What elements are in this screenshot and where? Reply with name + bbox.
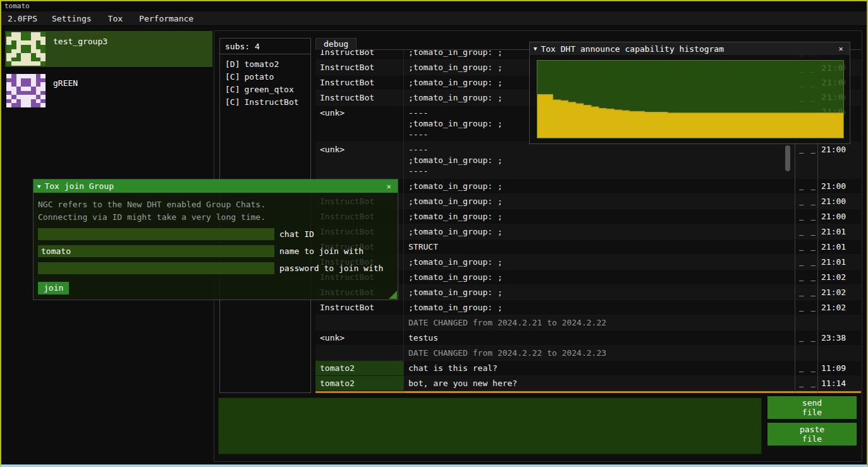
chat-sender-name: <unk> (315, 106, 404, 142)
chat-sender-name: InstructBot (315, 391, 404, 393)
chat-message: chat is this real? (404, 361, 795, 375)
tab-debug[interactable]: debug (315, 38, 357, 50)
histogram-titlebar[interactable]: ▼ Tox DHT announce capability histogram … (530, 42, 850, 55)
chat-message-line: ;tomato_in_group: ; (408, 155, 790, 166)
join-input-name[interactable]: tomato (38, 245, 274, 257)
join-button[interactable]: join (38, 282, 69, 294)
menu-items: SettingsToxPerformance (44, 14, 202, 23)
chat-time-cell (818, 346, 861, 360)
member-item-InstructBot[interactable]: [C]InstructBot (225, 96, 305, 109)
member-status-tag: [C] (225, 85, 240, 94)
resize-grip-icon[interactable] (389, 291, 397, 299)
join-fields: chat IDtomatoname to join withpassword t… (38, 228, 393, 274)
chat-sender-name: tomato2 (315, 361, 404, 375)
member-status-tag: [D] (225, 59, 240, 69)
chat-message-line: ;tomato_in_group: ; (408, 287, 790, 298)
chat-timestamp: 21:02 (818, 285, 861, 300)
chat-row: <unk>testus_ _23:38 (315, 331, 861, 346)
chat-message-line: ---- (408, 144, 790, 155)
histogram-area (537, 95, 843, 138)
menu-item-settings[interactable]: Settings (44, 14, 100, 23)
join-description-line1: NGC refers to the New DHT enabled Group … (38, 198, 393, 211)
member-name: green_qtox (244, 85, 293, 94)
message-input-area (218, 397, 762, 454)
paste-file-button[interactable]: paste file (767, 423, 857, 446)
join-group-titlebar[interactable]: ▼ Tox join Group ✕ (34, 179, 398, 193)
chat-message-line: bot, are you new here? (408, 378, 790, 389)
member-item-green_qtox[interactable]: [C]green_qtox (225, 83, 305, 96)
chat-status-flags: _ _ (795, 240, 818, 254)
chat-status-flags: _ _ (795, 361, 818, 375)
chat-timestamp: 21:01 (818, 240, 861, 254)
member-status-tag: [C] (225, 72, 240, 82)
chat-row: <unk>----;tomato_in_group: ;----_ _21:00 (315, 142, 861, 179)
join-input-chat-id[interactable] (38, 228, 274, 240)
chat-message: STRUCT (404, 240, 795, 254)
group-name: gREEN (53, 78, 78, 107)
collapse-arrow-icon[interactable]: ▼ (37, 183, 40, 190)
chat-status-flags: _ _ (795, 179, 818, 193)
menu-item-tox[interactable]: Tox (100, 14, 131, 23)
send-file-button[interactable]: send file (767, 396, 857, 419)
chat-message-line: ;tomato_in_group: ; (408, 257, 790, 267)
chat-status-flags: _ _ (795, 331, 818, 345)
member-name: potato (244, 72, 274, 82)
menu-item-performance[interactable]: Performance (131, 14, 202, 23)
close-icon[interactable]: ✕ (836, 44, 846, 53)
date-changed-text: DATE CHANGED from 2024.2.21 to 2024.2.22 (404, 315, 795, 330)
chat-message: ;tomato_in_group: ; (404, 179, 795, 193)
chat-status-flags: _ _ (795, 142, 818, 178)
join-group-window: ▼ Tox join Group ✕ NGC refers to the New… (33, 179, 398, 300)
group-item-gREEN[interactable]: gREEN (5, 73, 212, 109)
chat-message: No, I've been in this group for quite so… (404, 391, 795, 393)
input-value: tomato (41, 246, 71, 256)
chat-message: testus (404, 331, 795, 345)
chat-message: ;tomato_in_group: ; (404, 194, 795, 209)
app-window: tomato 2.0FPS SettingsToxPerformance tes… (0, 0, 868, 467)
chat-message-line: ;tomato_in_group: ; (408, 302, 790, 313)
member-item-potato[interactable]: [C]potato (225, 71, 305, 83)
chat-timestamp: 21:01 (818, 255, 861, 269)
histogram-plot[interactable]: _ _ 21:00_ _ 21:00_ _ 21:00_ _ 21:00 (537, 60, 844, 138)
date-changed-text: DATE CHANGED from 2024.2.22 to 2024.2.23 (404, 346, 795, 360)
paste-file-label-line2: file (802, 434, 822, 444)
collapse-arrow-icon[interactable]: ▼ (534, 45, 537, 52)
chat-row: InstructBot;tomato_in_group: ;_ _21:02 (315, 300, 861, 315)
chat-message: bot, are you new here? (404, 376, 795, 391)
chat-row: tomato2chat is this real?_ _11:09 (315, 361, 861, 376)
member-name: InstructBot (244, 97, 298, 107)
chat-flags-cell (795, 315, 818, 330)
member-item-tomato2[interactable]: [D]tomato2 (225, 58, 305, 71)
chat-status-flags: _ _ (795, 285, 818, 300)
chat-message: ;tomato_in_group: ; (404, 224, 795, 239)
chat-timestamp: 21:00 (818, 179, 861, 193)
window-title: tomato (1, 1, 867, 11)
send-file-label-line1: send (802, 398, 822, 408)
chat-timestamp: 23:38 (818, 331, 861, 345)
group-list: test_group3gREEN (5, 31, 212, 114)
chat-timestamp: 21:01 (818, 224, 861, 239)
chat-message: ;tomato_in_group: ; (404, 270, 795, 284)
subs-header: subs: 4 (220, 39, 310, 54)
chat-timestamp: 11:14 (818, 376, 861, 391)
chat-message: ;tomato_in_group: ; (404, 300, 795, 315)
close-icon[interactable]: ✕ (384, 182, 394, 191)
member-name: tomato2 (244, 59, 279, 69)
chat-message-line: ;tomato_in_group: ; (408, 196, 790, 207)
chat-sender-name: <unk> (315, 331, 404, 345)
join-input-password[interactable] (38, 262, 274, 274)
chat-sender-name: InstructBot (315, 90, 404, 105)
fps-counter: 2.0FPS (1, 14, 44, 23)
join-field-row: tomatoname to join with (38, 245, 393, 257)
message-input[interactable] (218, 397, 762, 454)
chat-timestamp: 21:02 (818, 300, 861, 315)
chat-message-line: ;tomato_in_group: ; (408, 272, 790, 282)
chat-scrollbar-thumb[interactable] (785, 145, 790, 171)
group-name: test_group3 (53, 37, 107, 66)
chat-status-flags: _ _ (795, 255, 818, 269)
join-description-line2: Connecting via ID might take a very long… (38, 211, 393, 224)
group-avatar (6, 74, 46, 107)
date-changed-row: DATE CHANGED from 2024.2.22 to 2024.2.23 (315, 346, 861, 361)
chat-status-flags: _ _ (795, 209, 818, 224)
group-item-test_group3[interactable]: test_group3 (5, 31, 212, 67)
